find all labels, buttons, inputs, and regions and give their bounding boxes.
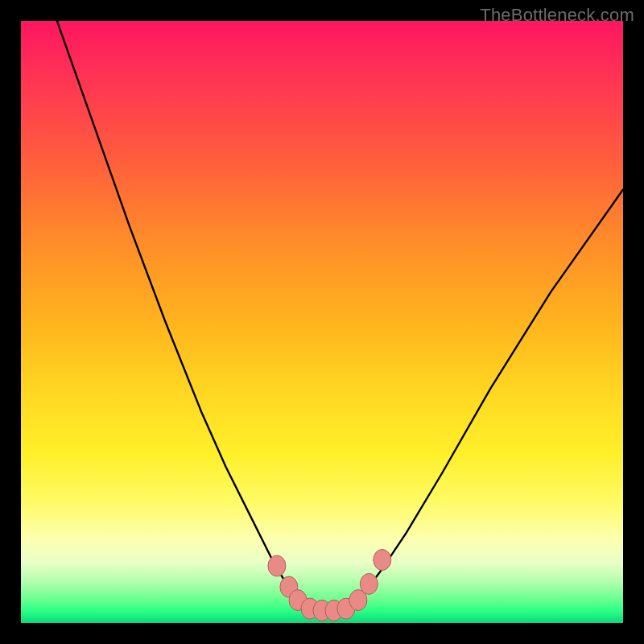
watermark-text: TheBottleneck.com <box>480 5 634 26</box>
plot-area <box>21 21 623 623</box>
chart-frame: TheBottleneck.com <box>0 0 644 644</box>
